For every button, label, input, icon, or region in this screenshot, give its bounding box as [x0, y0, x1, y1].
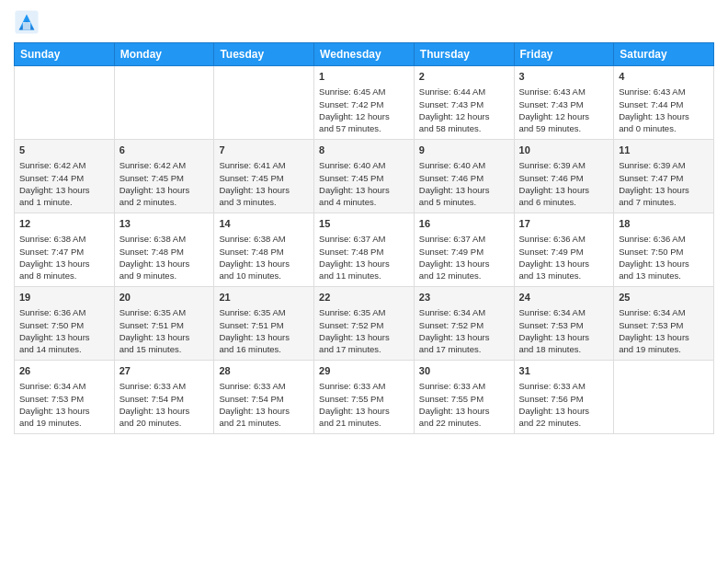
day-number: 16 [419, 217, 509, 231]
day-info: Sunrise: 6:33 AM Sunset: 7:54 PM Dayligh… [219, 380, 309, 429]
day-number: 27 [119, 364, 210, 378]
day-number: 6 [119, 144, 210, 157]
day-cell: 15Sunrise: 6:37 AM Sunset: 7:48 PM Dayli… [314, 213, 415, 287]
day-info: Sunrise: 6:43 AM Sunset: 7:43 PM Dayligh… [519, 86, 609, 134]
col-header-sunday: Sunday [15, 43, 115, 66]
header [14, 9, 714, 35]
day-number: 28 [219, 364, 309, 378]
day-number: 7 [219, 144, 309, 157]
week-row-5: 26Sunrise: 6:34 AM Sunset: 7:53 PM Dayli… [15, 361, 714, 434]
col-header-monday: Monday [114, 43, 214, 66]
day-info: Sunrise: 6:40 AM Sunset: 7:46 PM Dayligh… [419, 159, 509, 208]
day-cell: 10Sunrise: 6:39 AM Sunset: 7:46 PM Dayli… [514, 140, 614, 213]
day-number: 23 [419, 291, 509, 304]
day-cell: 6Sunrise: 6:42 AM Sunset: 7:45 PM Daylig… [114, 140, 214, 213]
calendar-header-row: SundayMondayTuesdayWednesdayThursdayFrid… [15, 43, 714, 66]
day-info: Sunrise: 6:34 AM Sunset: 7:53 PM Dayligh… [619, 306, 709, 355]
day-number: 21 [219, 291, 309, 304]
day-cell: 4Sunrise: 6:43 AM Sunset: 7:44 PM Daylig… [614, 66, 714, 140]
day-info: Sunrise: 6:33 AM Sunset: 7:55 PM Dayligh… [319, 380, 409, 429]
day-number: 11 [619, 144, 709, 157]
day-cell: 5Sunrise: 6:42 AM Sunset: 7:44 PM Daylig… [15, 140, 115, 213]
day-cell [15, 66, 115, 140]
day-info: Sunrise: 6:37 AM Sunset: 7:48 PM Dayligh… [319, 233, 409, 282]
day-number: 20 [119, 291, 210, 304]
day-cell: 2Sunrise: 6:44 AM Sunset: 7:43 PM Daylig… [414, 66, 514, 140]
col-header-tuesday: Tuesday [214, 43, 314, 66]
day-cell: 13Sunrise: 6:38 AM Sunset: 7:48 PM Dayli… [114, 213, 214, 287]
day-info: Sunrise: 6:36 AM Sunset: 7:49 PM Dayligh… [519, 233, 609, 282]
col-header-thursday: Thursday [414, 43, 514, 66]
day-info: Sunrise: 6:33 AM Sunset: 7:55 PM Dayligh… [419, 380, 509, 429]
day-info: Sunrise: 6:34 AM Sunset: 7:53 PM Dayligh… [519, 306, 609, 355]
day-info: Sunrise: 6:35 AM Sunset: 7:51 PM Dayligh… [219, 306, 309, 355]
day-cell: 8Sunrise: 6:40 AM Sunset: 7:45 PM Daylig… [314, 140, 415, 213]
day-cell: 16Sunrise: 6:37 AM Sunset: 7:49 PM Dayli… [414, 213, 514, 287]
day-number: 5 [19, 144, 109, 157]
day-cell: 7Sunrise: 6:41 AM Sunset: 7:45 PM Daylig… [214, 140, 314, 213]
day-cell: 11Sunrise: 6:39 AM Sunset: 7:47 PM Dayli… [614, 140, 714, 213]
day-info: Sunrise: 6:38 AM Sunset: 7:48 PM Dayligh… [119, 233, 210, 282]
day-number: 8 [319, 144, 409, 157]
day-cell: 29Sunrise: 6:33 AM Sunset: 7:55 PM Dayli… [314, 361, 415, 434]
day-cell: 17Sunrise: 6:36 AM Sunset: 7:49 PM Dayli… [514, 213, 614, 287]
day-cell: 14Sunrise: 6:38 AM Sunset: 7:48 PM Dayli… [214, 213, 314, 287]
day-info: Sunrise: 6:35 AM Sunset: 7:51 PM Dayligh… [119, 306, 210, 355]
day-number: 14 [219, 217, 309, 231]
day-cell: 26Sunrise: 6:34 AM Sunset: 7:53 PM Dayli… [15, 361, 115, 434]
day-number: 1 [319, 70, 409, 84]
day-number: 2 [419, 70, 509, 84]
day-info: Sunrise: 6:33 AM Sunset: 7:56 PM Dayligh… [519, 380, 609, 429]
day-info: Sunrise: 6:34 AM Sunset: 7:53 PM Dayligh… [19, 380, 109, 429]
day-number: 24 [519, 291, 609, 304]
day-info: Sunrise: 6:36 AM Sunset: 7:50 PM Dayligh… [19, 306, 109, 355]
day-info: Sunrise: 6:44 AM Sunset: 7:43 PM Dayligh… [419, 86, 509, 134]
day-info: Sunrise: 6:39 AM Sunset: 7:46 PM Dayligh… [519, 159, 609, 208]
day-info: Sunrise: 6:38 AM Sunset: 7:47 PM Dayligh… [19, 233, 109, 282]
day-cell [614, 361, 714, 434]
day-info: Sunrise: 6:43 AM Sunset: 7:44 PM Dayligh… [619, 86, 709, 134]
day-number: 10 [519, 144, 609, 157]
day-cell [214, 66, 314, 140]
day-info: Sunrise: 6:33 AM Sunset: 7:54 PM Dayligh… [119, 380, 210, 429]
week-row-4: 19Sunrise: 6:36 AM Sunset: 7:50 PM Dayli… [15, 287, 714, 361]
page: SundayMondayTuesdayWednesdayThursdayFrid… [0, 0, 728, 563]
day-cell: 23Sunrise: 6:34 AM Sunset: 7:52 PM Dayli… [414, 287, 514, 361]
day-cell: 20Sunrise: 6:35 AM Sunset: 7:51 PM Dayli… [114, 287, 214, 361]
day-info: Sunrise: 6:37 AM Sunset: 7:49 PM Dayligh… [419, 233, 509, 282]
day-cell: 3Sunrise: 6:43 AM Sunset: 7:43 PM Daylig… [514, 66, 614, 140]
day-info: Sunrise: 6:41 AM Sunset: 7:45 PM Dayligh… [219, 159, 309, 208]
day-number: 4 [619, 70, 709, 84]
day-number: 30 [419, 364, 509, 378]
day-info: Sunrise: 6:38 AM Sunset: 7:48 PM Dayligh… [219, 233, 309, 282]
day-cell: 12Sunrise: 6:38 AM Sunset: 7:47 PM Dayli… [15, 213, 115, 287]
day-info: Sunrise: 6:45 AM Sunset: 7:42 PM Dayligh… [319, 86, 409, 134]
day-cell: 1Sunrise: 6:45 AM Sunset: 7:42 PM Daylig… [314, 66, 415, 140]
day-number: 29 [319, 364, 409, 378]
day-cell: 19Sunrise: 6:36 AM Sunset: 7:50 PM Dayli… [15, 287, 115, 361]
day-number: 25 [619, 291, 709, 304]
svg-rect-3 [23, 22, 30, 29]
day-cell: 9Sunrise: 6:40 AM Sunset: 7:46 PM Daylig… [414, 140, 514, 213]
day-number: 13 [119, 217, 210, 231]
day-cell: 18Sunrise: 6:36 AM Sunset: 7:50 PM Dayli… [614, 213, 714, 287]
week-row-3: 12Sunrise: 6:38 AM Sunset: 7:47 PM Dayli… [15, 213, 714, 287]
day-number: 9 [419, 144, 509, 157]
day-cell: 30Sunrise: 6:33 AM Sunset: 7:55 PM Dayli… [414, 361, 514, 434]
day-cell: 22Sunrise: 6:35 AM Sunset: 7:52 PM Dayli… [314, 287, 415, 361]
calendar-table: SundayMondayTuesdayWednesdayThursdayFrid… [14, 42, 714, 434]
day-cell: 31Sunrise: 6:33 AM Sunset: 7:56 PM Dayli… [514, 361, 614, 434]
day-number: 12 [19, 217, 109, 231]
day-info: Sunrise: 6:34 AM Sunset: 7:52 PM Dayligh… [419, 306, 509, 355]
day-info: Sunrise: 6:35 AM Sunset: 7:52 PM Dayligh… [319, 306, 409, 355]
day-number: 26 [19, 364, 109, 378]
day-info: Sunrise: 6:42 AM Sunset: 7:45 PM Dayligh… [119, 159, 210, 208]
day-info: Sunrise: 6:36 AM Sunset: 7:50 PM Dayligh… [619, 233, 709, 282]
week-row-1: 1Sunrise: 6:45 AM Sunset: 7:42 PM Daylig… [15, 66, 714, 140]
day-number: 18 [619, 217, 709, 231]
day-number: 3 [519, 70, 609, 84]
day-info: Sunrise: 6:42 AM Sunset: 7:44 PM Dayligh… [19, 159, 109, 208]
day-number: 17 [519, 217, 609, 231]
day-info: Sunrise: 6:40 AM Sunset: 7:45 PM Dayligh… [319, 159, 409, 208]
logo [14, 9, 41, 35]
